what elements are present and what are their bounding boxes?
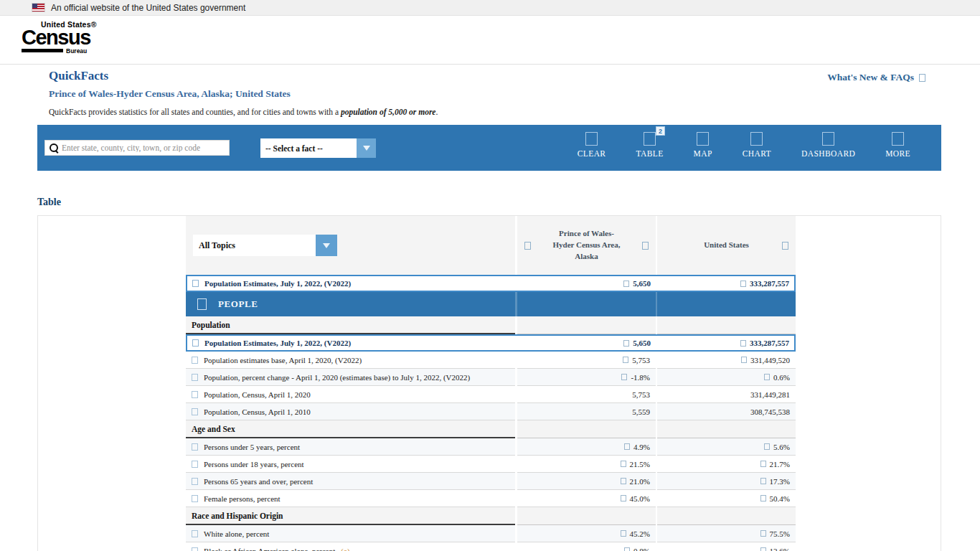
table-body: Population Estimates, July 1, 2022, (V20…	[38, 275, 941, 551]
fact-value: 4.9%	[633, 443, 650, 451]
toolbar-button-more[interactable]: MORE	[870, 132, 925, 158]
table-row: White alone, percent45.2%75.5%	[38, 525, 941, 542]
value-cell: 5,559	[517, 403, 656, 420]
info-icon[interactable]	[192, 357, 198, 364]
highlighted-fact-row[interactable]: Population Estimates, July 1, 2022, (V20…	[186, 334, 796, 352]
highlighted-fact-row[interactable]: Population Estimates, July 1, 2022, (V20…	[186, 275, 796, 292]
toolbar-button-map[interactable]: MAP	[679, 132, 727, 158]
all-topics-label: All Topics	[193, 240, 316, 251]
table-icon: 2	[644, 132, 656, 146]
logo-bureau: Bureau	[66, 47, 87, 55]
table-row: Persons under 5 years, percent4.9%5.6%	[38, 438, 941, 456]
fact-label: Population, Census, April 1, 2020	[204, 390, 311, 399]
toolbar-button-chart[interactable]: CHART	[727, 132, 786, 158]
gov-banner-text: An official website of the United States…	[51, 3, 245, 13]
fact-value: 0.6%	[773, 373, 790, 382]
fact-value: 5,559	[632, 408, 650, 416]
value-flag-icon	[740, 281, 746, 287]
info-icon[interactable]	[192, 391, 198, 398]
section-empty-cell	[517, 507, 656, 525]
table-row: Population, Census, April 1, 20105,55930…	[38, 403, 941, 420]
fact-value: 333,287,557	[750, 339, 789, 347]
column-icon[interactable]	[642, 242, 649, 250]
value-cell: 5,753	[517, 352, 656, 369]
category-label: PEOPLE	[218, 298, 258, 310]
toolbar: CLEAR2TABLEMAPCHARTDASHBOARDMORE	[562, 132, 925, 158]
column-header-label: United States	[704, 240, 749, 251]
fact-value: 50.4%	[770, 494, 790, 503]
table-row: Female persons, percent45.0%50.4%	[38, 490, 941, 507]
census-bureau-logo[interactable]: United States® Census Bureau	[22, 20, 108, 55]
fact-label: White alone, percent	[204, 529, 269, 538]
category-band-people[interactable]: PEOPLE	[186, 292, 796, 316]
column-header-label: Prince of Wales-Hyder Census Area, Alask…	[552, 228, 621, 263]
whats-new-link[interactable]: What's New & FAQs	[827, 72, 925, 83]
value-flag-icon	[760, 461, 766, 467]
info-icon[interactable]	[192, 547, 198, 551]
info-icon[interactable]	[192, 461, 198, 468]
info-icon[interactable]	[192, 339, 199, 347]
geography-search[interactable]	[44, 140, 230, 156]
value-cell: 21.0%	[517, 473, 656, 490]
section-label: Age and Sex	[186, 420, 515, 438]
table-header-row: All Topics Prince of Wales-Hyder Census …	[38, 216, 941, 275]
table-section-heading: Table	[37, 197, 941, 208]
toolbar-button-label: CHART	[743, 149, 771, 158]
column-icon[interactable]	[782, 242, 788, 250]
section-empty-cell	[517, 316, 656, 334]
value-cell: 5.6%	[657, 438, 796, 456]
quickfacts-table: All Topics Prince of Wales-Hyder Census …	[37, 215, 941, 551]
footnote-link[interactable]: (a)	[341, 547, 349, 551]
toolbar-button-clear[interactable]: CLEAR	[562, 132, 621, 158]
all-topics-dropdown[interactable]: All Topics	[193, 235, 337, 256]
fact-value: 5,753	[632, 390, 650, 399]
value-flag-icon	[741, 357, 747, 363]
fact-value: -1.8%	[631, 373, 650, 382]
fact-label: Female persons, percent	[204, 494, 281, 503]
value-cell: 5,650	[517, 279, 656, 288]
column-header-united-states[interactable]: United States	[657, 216, 796, 275]
fact-value: 331,449,281	[750, 390, 790, 399]
section-empty-cell	[517, 420, 656, 438]
column-header-geography[interactable]: Prince of Wales-Hyder Census Area, Alask…	[517, 216, 656, 275]
toolbar-button-label: MORE	[885, 149, 910, 158]
chevron-down-icon[interactable]	[316, 235, 337, 256]
value-cell: 21.5%	[517, 456, 656, 473]
info-icon[interactable]	[192, 280, 199, 287]
value-flag-icon	[621, 530, 626, 537]
value-flag-icon	[760, 478, 766, 484]
value-cell: 308,745,538	[657, 403, 796, 420]
search-input[interactable]	[62, 141, 229, 155]
info-icon[interactable]	[192, 408, 198, 415]
dashboard-icon	[822, 132, 834, 146]
info-icon[interactable]	[192, 478, 198, 485]
page-title: QuickFacts	[37, 69, 108, 83]
table-row: Persons 65 years and over, percent21.0%1…	[38, 473, 941, 490]
info-icon[interactable]	[192, 530, 198, 537]
external-link-icon	[919, 74, 925, 82]
info-icon[interactable]	[192, 374, 198, 381]
value-cell: 17.3%	[657, 473, 796, 490]
value-cell: 45.0%	[517, 490, 656, 507]
fact-value: 21.5%	[630, 460, 650, 468]
select-a-fact-dropdown[interactable]: -- Select a fact --	[260, 138, 376, 158]
toolbar-button-label: DASHBOARD	[801, 149, 855, 158]
fact-value: 21.7%	[770, 460, 790, 468]
info-icon[interactable]	[192, 443, 198, 451]
fact-value: 45.2%	[630, 529, 650, 538]
value-cell: 333,287,557	[656, 279, 794, 288]
value-flag-icon	[621, 461, 626, 467]
logo-census: Census	[22, 29, 108, 47]
fact-value: 5,650	[633, 279, 651, 288]
chevron-down-icon[interactable]	[357, 138, 376, 158]
fact-value: 308,745,538	[750, 408, 790, 416]
search-icon	[50, 143, 59, 153]
toolbar-button-table[interactable]: 2TABLE	[621, 132, 678, 158]
toolbar-button-dashboard[interactable]: DASHBOARD	[786, 132, 870, 158]
fact-value: 17.3%	[770, 477, 790, 486]
info-icon[interactable]	[192, 495, 198, 502]
toolbar-button-label: MAP	[694, 149, 712, 158]
fact-label: Population, percent change - April 1, 20…	[204, 373, 470, 382]
column-icon[interactable]	[524, 242, 531, 250]
clear-icon	[585, 132, 598, 146]
